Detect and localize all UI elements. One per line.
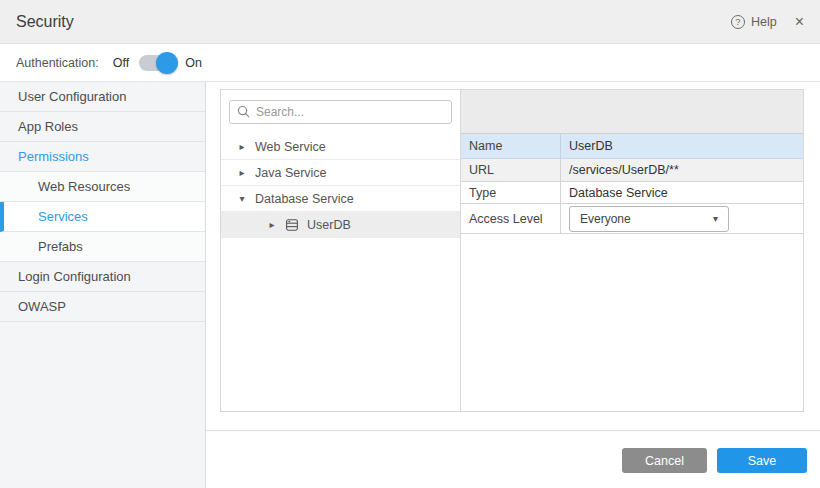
main-content: ▸ Web Service ▸ Java Service ▾ Database …	[206, 82, 820, 488]
authentication-toggle[interactable]	[139, 55, 175, 71]
search-icon	[237, 105, 250, 118]
titlebar-actions: ? Help ×	[731, 14, 804, 30]
sidebar-item-label: OWASP	[18, 299, 66, 314]
sidebar-item-label: Login Configuration	[18, 269, 131, 284]
detail-label: Access Level	[461, 204, 561, 233]
sidebar-item-app-roles[interactable]: App Roles	[0, 112, 205, 142]
dialog-body: User Configuration App Roles Permissions…	[0, 82, 820, 488]
dropdown-caret-icon: ▾	[713, 213, 718, 224]
sidebar-item-permissions[interactable]: Permissions	[0, 142, 205, 172]
access-level-selected-value: Everyone	[580, 212, 631, 226]
sidebar-item-owasp[interactable]: OWASP	[0, 292, 205, 322]
sidebar-item-label: Services	[38, 209, 88, 224]
chevron-down-icon[interactable]: ▾	[237, 193, 247, 204]
close-icon[interactable]: ×	[795, 14, 804, 30]
sidebar-item-services[interactable]: Services	[0, 202, 205, 232]
detail-value-access-level: Everyone ▾	[561, 204, 803, 233]
detail-label: Name	[461, 134, 561, 158]
search-bar	[221, 90, 460, 134]
sidebar-item-label: Prefabs	[38, 239, 83, 254]
security-dialog: Security ? Help × Authentication: Off On…	[0, 0, 820, 488]
detail-value-type: Database Service	[561, 182, 803, 203]
search-input[interactable]	[229, 100, 452, 124]
tree-item-userdb[interactable]: ▸ UserDB	[221, 212, 460, 238]
tree-item-label: Web Service	[255, 140, 326, 154]
chevron-right-icon[interactable]: ▸	[267, 219, 277, 230]
sidebar-item-label: Permissions	[18, 149, 89, 164]
footer-actions: Cancel Save	[206, 431, 820, 473]
tree-item-label: UserDB	[307, 218, 351, 232]
detail-value-url: /services/UserDB/**	[561, 159, 803, 181]
sidebar-item-web-resources[interactable]: Web Resources	[0, 172, 205, 202]
sidebar-item-prefabs[interactable]: Prefabs	[0, 232, 205, 262]
help-label: Help	[751, 15, 777, 29]
tree-item-label: Java Service	[255, 166, 327, 180]
details-top-band	[461, 90, 803, 134]
sidebar-item-label: Web Resources	[38, 179, 130, 194]
help-button[interactable]: ? Help	[731, 15, 777, 29]
access-level-select[interactable]: Everyone ▾	[569, 206, 729, 232]
detail-row-type: Type Database Service	[461, 182, 803, 204]
tree-item-label: Database Service	[255, 192, 354, 206]
toggle-on-label: On	[185, 56, 202, 70]
detail-value-name: UserDB	[561, 134, 803, 158]
title-bar: Security ? Help ×	[0, 0, 820, 44]
sidebar-item-label: App Roles	[18, 119, 78, 134]
page-title: Security	[16, 13, 74, 31]
services-panel: ▸ Web Service ▸ Java Service ▾ Database …	[220, 89, 804, 412]
authentication-toggle-group: Off On	[113, 55, 202, 71]
sidebar-item-user-configuration[interactable]: User Configuration	[0, 82, 205, 112]
detail-row-url: URL /services/UserDB/**	[461, 159, 803, 182]
help-icon: ?	[731, 15, 745, 29]
detail-row-access-level: Access Level Everyone ▾	[461, 204, 803, 234]
tree-item-database-service[interactable]: ▾ Database Service	[221, 186, 460, 212]
database-icon	[285, 218, 299, 232]
chevron-right-icon[interactable]: ▸	[237, 167, 247, 178]
authentication-label: Authentication:	[16, 56, 99, 70]
toggle-knob	[156, 52, 178, 74]
chevron-right-icon[interactable]: ▸	[237, 141, 247, 152]
detail-label: Type	[461, 182, 561, 203]
save-button[interactable]: Save	[717, 448, 807, 473]
authentication-bar: Authentication: Off On	[0, 44, 820, 82]
sidebar-item-login-configuration[interactable]: Login Configuration	[0, 262, 205, 292]
detail-label: URL	[461, 159, 561, 181]
sidebar: User Configuration App Roles Permissions…	[0, 82, 206, 488]
sidebar-item-label: User Configuration	[18, 89, 126, 104]
toggle-off-label: Off	[113, 56, 129, 70]
tree-item-java-service[interactable]: ▸ Java Service	[221, 160, 460, 186]
service-details-column: Name UserDB URL /services/UserDB/** Type…	[461, 90, 803, 411]
services-tree-column: ▸ Web Service ▸ Java Service ▾ Database …	[221, 90, 461, 411]
tree-item-web-service[interactable]: ▸ Web Service	[221, 134, 460, 160]
detail-row-name: Name UserDB	[461, 134, 803, 159]
cancel-button[interactable]: Cancel	[622, 448, 707, 473]
